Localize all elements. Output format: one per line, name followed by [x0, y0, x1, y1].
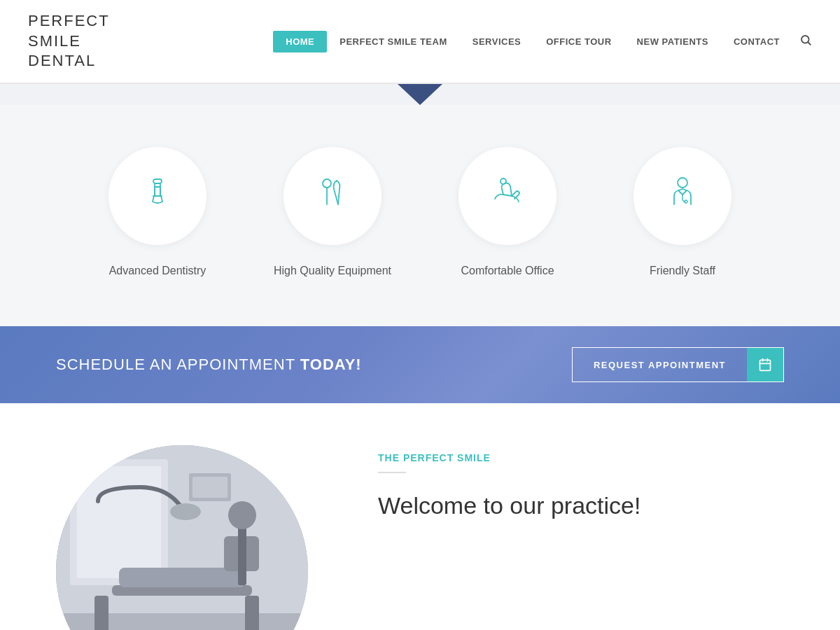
feature-circle-staff	[634, 147, 732, 245]
triangle-arrow	[398, 84, 442, 105]
svg-point-24	[228, 501, 256, 529]
feature-circle-implant	[108, 147, 206, 245]
nav-home[interactable]: HOME	[273, 31, 327, 52]
nav-services[interactable]: SERVICES	[460, 31, 534, 52]
appointment-text-bold: TODAY!	[300, 356, 362, 373]
welcome-section: THE PERFECT SMILE Welcome to our practic…	[0, 403, 840, 630]
header: PERFECTSMILEDENTAL HOME PERFECT SMILE TE…	[0, 0, 840, 84]
svg-rect-17	[77, 466, 161, 578]
svg-rect-9	[760, 360, 771, 370]
svg-rect-3	[155, 183, 160, 187]
svg-rect-19	[119, 568, 245, 587]
feature-label-friendly-staff: Friendly Staff	[650, 265, 715, 277]
svg-rect-27	[192, 477, 227, 498]
request-appointment-button[interactable]: REQUEST APPOINTMENT	[573, 348, 747, 382]
svg-point-8	[685, 200, 687, 203]
feature-circle-comfort	[458, 147, 556, 245]
svg-rect-14	[56, 613, 308, 630]
comfort-icon	[488, 174, 527, 218]
nav-office-tour[interactable]: OFFICE TOUR	[533, 31, 624, 52]
nav-new-patients[interactable]: NEW PATIENTS	[624, 31, 721, 52]
feature-comfortable-office: Comfortable Office	[420, 147, 595, 277]
feature-high-quality-equipment: High Quality Equipment	[245, 147, 420, 277]
svg-point-4	[323, 179, 331, 188]
subtitle-underline	[378, 472, 406, 473]
search-icon[interactable]	[799, 34, 812, 50]
svg-rect-22	[245, 596, 259, 630]
staff-icon	[663, 174, 702, 218]
appointment-banner: SCHEDULE AN APPOINTMENT TODAY! REQUEST A…	[0, 326, 840, 403]
request-appointment-button-container[interactable]: REQUEST APPOINTMENT	[572, 347, 784, 382]
welcome-subtitle: THE PERFECT SMILE	[378, 452, 784, 463]
tools-icon	[313, 174, 352, 218]
nav-team[interactable]: PERFECT SMILE TEAM	[327, 31, 459, 52]
feature-circle-tools	[284, 147, 382, 245]
feature-advanced-dentistry: Advanced Dentistry	[70, 147, 245, 277]
dental-office-image	[56, 445, 308, 630]
implant-icon	[138, 174, 177, 218]
svg-line-1	[808, 42, 810, 44]
svg-point-25	[170, 503, 201, 520]
nav-contact[interactable]: CONTACT	[721, 31, 792, 52]
welcome-title: Welcome to our practice!	[378, 490, 784, 521]
site-logo: PERFECTSMILEDENTAL	[28, 11, 110, 71]
dental-office-bg	[56, 445, 308, 630]
svg-point-6	[500, 178, 506, 184]
feature-label-comfortable-office: Comfortable Office	[461, 265, 554, 277]
dental-office-image-container	[56, 445, 322, 630]
appointment-text-regular: SCHEDULE AN APPOINTMENT	[56, 356, 300, 373]
welcome-content: THE PERFECT SMILE Welcome to our practic…	[378, 445, 784, 521]
feature-label-advanced-dentistry: Advanced Dentistry	[109, 265, 206, 277]
svg-rect-21	[94, 596, 108, 630]
feature-label-high-quality-equipment: High Quality Equipment	[274, 265, 391, 277]
section-divider	[0, 84, 840, 105]
main-nav: HOME PERFECT SMILE TEAM SERVICES OFFICE …	[273, 31, 812, 52]
features-section: Advanced Dentistry High Quality Equipmen…	[0, 105, 840, 326]
calendar-icon[interactable]	[747, 348, 783, 382]
feature-friendly-staff: Friendly Staff	[595, 147, 770, 277]
appointment-text: SCHEDULE AN APPOINTMENT TODAY!	[56, 356, 362, 374]
svg-point-7	[678, 178, 687, 188]
